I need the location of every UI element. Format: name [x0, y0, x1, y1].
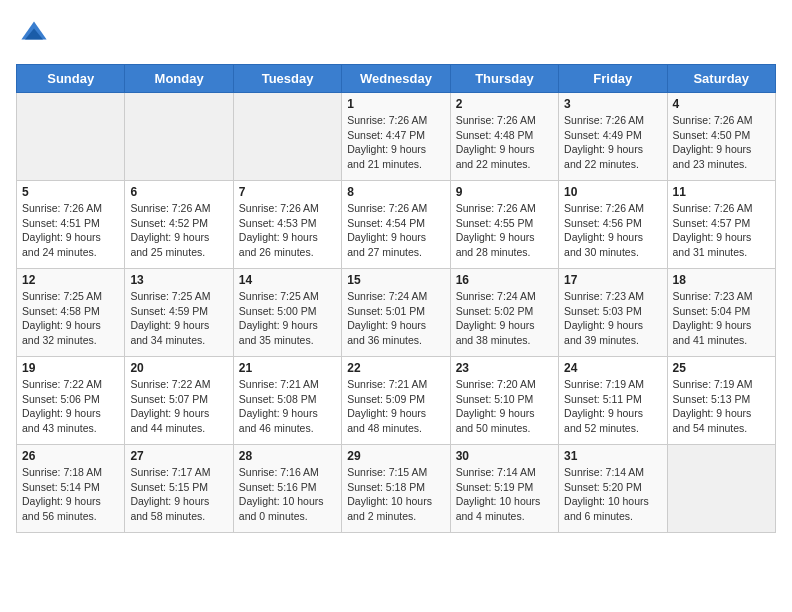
- day-info: Sunrise: 7:24 AMSunset: 5:01 PMDaylight:…: [347, 289, 444, 348]
- day-info: Sunrise: 7:26 AMSunset: 4:47 PMDaylight:…: [347, 113, 444, 172]
- calendar-cell: 8Sunrise: 7:26 AMSunset: 4:54 PMDaylight…: [342, 181, 450, 269]
- calendar-cell: 5Sunrise: 7:26 AMSunset: 4:51 PMDaylight…: [17, 181, 125, 269]
- day-info: Sunrise: 7:26 AMSunset: 4:50 PMDaylight:…: [673, 113, 770, 172]
- page-header: [16, 16, 776, 52]
- day-number: 27: [130, 449, 227, 463]
- day-info: Sunrise: 7:25 AMSunset: 4:59 PMDaylight:…: [130, 289, 227, 348]
- calendar-cell: 24Sunrise: 7:19 AMSunset: 5:11 PMDayligh…: [559, 357, 667, 445]
- day-info: Sunrise: 7:17 AMSunset: 5:15 PMDaylight:…: [130, 465, 227, 524]
- calendar-week-row: 12Sunrise: 7:25 AMSunset: 4:58 PMDayligh…: [17, 269, 776, 357]
- calendar-cell: 3Sunrise: 7:26 AMSunset: 4:49 PMDaylight…: [559, 93, 667, 181]
- calendar-cell: 20Sunrise: 7:22 AMSunset: 5:07 PMDayligh…: [125, 357, 233, 445]
- day-info: Sunrise: 7:26 AMSunset: 4:52 PMDaylight:…: [130, 201, 227, 260]
- calendar-cell: 23Sunrise: 7:20 AMSunset: 5:10 PMDayligh…: [450, 357, 558, 445]
- calendar-cell: 17Sunrise: 7:23 AMSunset: 5:03 PMDayligh…: [559, 269, 667, 357]
- day-number: 3: [564, 97, 661, 111]
- weekday-header: Wednesday: [342, 65, 450, 93]
- logo-icon: [16, 16, 52, 52]
- day-info: Sunrise: 7:26 AMSunset: 4:48 PMDaylight:…: [456, 113, 553, 172]
- calendar-cell: [17, 93, 125, 181]
- calendar-cell: 21Sunrise: 7:21 AMSunset: 5:08 PMDayligh…: [233, 357, 341, 445]
- day-info: Sunrise: 7:26 AMSunset: 4:55 PMDaylight:…: [456, 201, 553, 260]
- day-number: 4: [673, 97, 770, 111]
- calendar-cell: 30Sunrise: 7:14 AMSunset: 5:19 PMDayligh…: [450, 445, 558, 533]
- day-info: Sunrise: 7:25 AMSunset: 5:00 PMDaylight:…: [239, 289, 336, 348]
- day-info: Sunrise: 7:20 AMSunset: 5:10 PMDaylight:…: [456, 377, 553, 436]
- day-number: 22: [347, 361, 444, 375]
- calendar-cell: [233, 93, 341, 181]
- calendar-cell: 25Sunrise: 7:19 AMSunset: 5:13 PMDayligh…: [667, 357, 775, 445]
- day-number: 21: [239, 361, 336, 375]
- day-info: Sunrise: 7:26 AMSunset: 4:57 PMDaylight:…: [673, 201, 770, 260]
- day-number: 1: [347, 97, 444, 111]
- day-info: Sunrise: 7:23 AMSunset: 5:03 PMDaylight:…: [564, 289, 661, 348]
- calendar-body: 1Sunrise: 7:26 AMSunset: 4:47 PMDaylight…: [17, 93, 776, 533]
- calendar-cell: 26Sunrise: 7:18 AMSunset: 5:14 PMDayligh…: [17, 445, 125, 533]
- day-info: Sunrise: 7:21 AMSunset: 5:09 PMDaylight:…: [347, 377, 444, 436]
- weekday-header: Monday: [125, 65, 233, 93]
- day-number: 18: [673, 273, 770, 287]
- calendar-cell: [667, 445, 775, 533]
- day-info: Sunrise: 7:25 AMSunset: 4:58 PMDaylight:…: [22, 289, 119, 348]
- calendar-cell: 2Sunrise: 7:26 AMSunset: 4:48 PMDaylight…: [450, 93, 558, 181]
- day-info: Sunrise: 7:26 AMSunset: 4:53 PMDaylight:…: [239, 201, 336, 260]
- day-number: 7: [239, 185, 336, 199]
- calendar-cell: 4Sunrise: 7:26 AMSunset: 4:50 PMDaylight…: [667, 93, 775, 181]
- day-info: Sunrise: 7:16 AMSunset: 5:16 PMDaylight:…: [239, 465, 336, 524]
- calendar-cell: 10Sunrise: 7:26 AMSunset: 4:56 PMDayligh…: [559, 181, 667, 269]
- calendar-cell: 1Sunrise: 7:26 AMSunset: 4:47 PMDaylight…: [342, 93, 450, 181]
- day-number: 5: [22, 185, 119, 199]
- day-number: 23: [456, 361, 553, 375]
- weekday-header: Tuesday: [233, 65, 341, 93]
- calendar-cell: 14Sunrise: 7:25 AMSunset: 5:00 PMDayligh…: [233, 269, 341, 357]
- day-number: 28: [239, 449, 336, 463]
- calendar-table: SundayMondayTuesdayWednesdayThursdayFrid…: [16, 64, 776, 533]
- calendar-cell: [125, 93, 233, 181]
- day-number: 30: [456, 449, 553, 463]
- calendar-cell: 6Sunrise: 7:26 AMSunset: 4:52 PMDaylight…: [125, 181, 233, 269]
- weekday-header: Thursday: [450, 65, 558, 93]
- weekday-header: Friday: [559, 65, 667, 93]
- day-number: 11: [673, 185, 770, 199]
- calendar-cell: 13Sunrise: 7:25 AMSunset: 4:59 PMDayligh…: [125, 269, 233, 357]
- day-info: Sunrise: 7:26 AMSunset: 4:49 PMDaylight:…: [564, 113, 661, 172]
- day-info: Sunrise: 7:21 AMSunset: 5:08 PMDaylight:…: [239, 377, 336, 436]
- day-info: Sunrise: 7:19 AMSunset: 5:11 PMDaylight:…: [564, 377, 661, 436]
- weekday-row: SundayMondayTuesdayWednesdayThursdayFrid…: [17, 65, 776, 93]
- day-number: 25: [673, 361, 770, 375]
- calendar-cell: 16Sunrise: 7:24 AMSunset: 5:02 PMDayligh…: [450, 269, 558, 357]
- day-number: 10: [564, 185, 661, 199]
- calendar-header: SundayMondayTuesdayWednesdayThursdayFrid…: [17, 65, 776, 93]
- day-number: 9: [456, 185, 553, 199]
- calendar-cell: 31Sunrise: 7:14 AMSunset: 5:20 PMDayligh…: [559, 445, 667, 533]
- day-number: 31: [564, 449, 661, 463]
- day-number: 26: [22, 449, 119, 463]
- day-info: Sunrise: 7:26 AMSunset: 4:51 PMDaylight:…: [22, 201, 119, 260]
- calendar-cell: 9Sunrise: 7:26 AMSunset: 4:55 PMDaylight…: [450, 181, 558, 269]
- day-number: 29: [347, 449, 444, 463]
- day-info: Sunrise: 7:26 AMSunset: 4:56 PMDaylight:…: [564, 201, 661, 260]
- day-info: Sunrise: 7:24 AMSunset: 5:02 PMDaylight:…: [456, 289, 553, 348]
- day-number: 15: [347, 273, 444, 287]
- day-info: Sunrise: 7:22 AMSunset: 5:06 PMDaylight:…: [22, 377, 119, 436]
- day-number: 16: [456, 273, 553, 287]
- day-number: 2: [456, 97, 553, 111]
- logo: [16, 16, 56, 52]
- day-info: Sunrise: 7:18 AMSunset: 5:14 PMDaylight:…: [22, 465, 119, 524]
- weekday-header: Sunday: [17, 65, 125, 93]
- day-number: 6: [130, 185, 227, 199]
- day-number: 13: [130, 273, 227, 287]
- weekday-header: Saturday: [667, 65, 775, 93]
- calendar-cell: 28Sunrise: 7:16 AMSunset: 5:16 PMDayligh…: [233, 445, 341, 533]
- calendar-cell: 7Sunrise: 7:26 AMSunset: 4:53 PMDaylight…: [233, 181, 341, 269]
- calendar-cell: 19Sunrise: 7:22 AMSunset: 5:06 PMDayligh…: [17, 357, 125, 445]
- calendar-cell: 29Sunrise: 7:15 AMSunset: 5:18 PMDayligh…: [342, 445, 450, 533]
- day-number: 24: [564, 361, 661, 375]
- calendar-cell: 15Sunrise: 7:24 AMSunset: 5:01 PMDayligh…: [342, 269, 450, 357]
- day-number: 8: [347, 185, 444, 199]
- day-number: 17: [564, 273, 661, 287]
- day-info: Sunrise: 7:14 AMSunset: 5:19 PMDaylight:…: [456, 465, 553, 524]
- calendar-cell: 27Sunrise: 7:17 AMSunset: 5:15 PMDayligh…: [125, 445, 233, 533]
- calendar-cell: 18Sunrise: 7:23 AMSunset: 5:04 PMDayligh…: [667, 269, 775, 357]
- calendar-cell: 22Sunrise: 7:21 AMSunset: 5:09 PMDayligh…: [342, 357, 450, 445]
